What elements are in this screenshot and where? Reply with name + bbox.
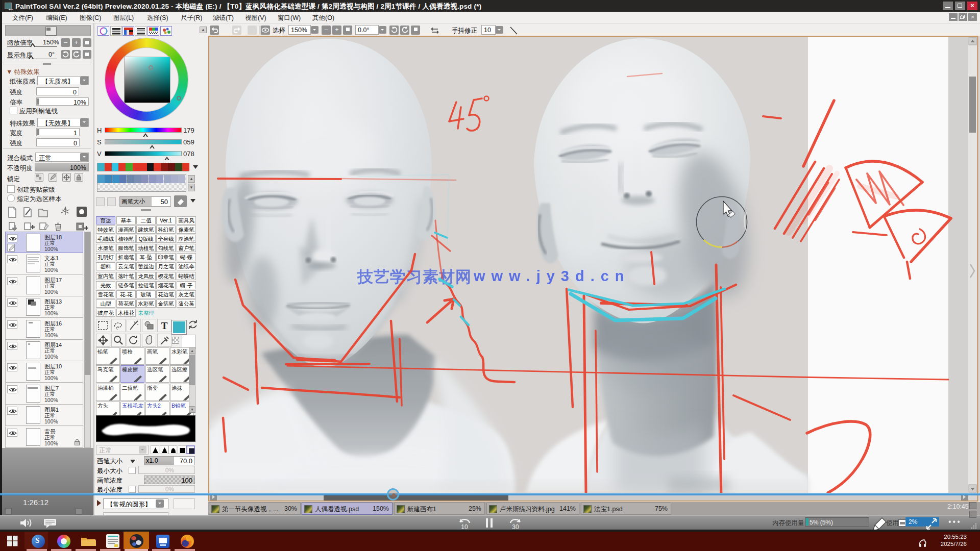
svg-text:技艺学习素材网: 技艺学习素材网	[357, 268, 472, 286]
svg-text:www.jy3d.cn: www.jy3d.cn	[473, 268, 630, 284]
svg-text:T: T	[161, 320, 168, 331]
